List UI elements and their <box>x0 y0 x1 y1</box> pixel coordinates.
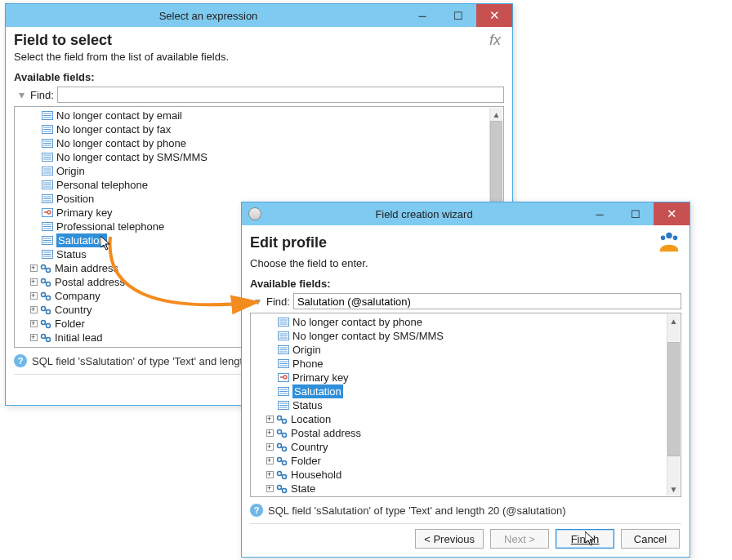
link-icon <box>39 332 52 344</box>
expand-icon[interactable]: + <box>266 416 274 423</box>
scrollbar[interactable]: ▲ ▼ <box>667 314 680 496</box>
scroll-down[interactable]: ▼ <box>667 482 680 496</box>
field-icon <box>277 358 290 370</box>
svg-line-58 <box>45 337 47 339</box>
tree-item-label: State <box>291 482 315 496</box>
status-text: SQL field 'sSalutation' of type 'Text' a… <box>32 355 257 367</box>
titlebar[interactable]: Select an expression ─ ☐ ✕ <box>6 4 512 27</box>
tree-item-label: Country <box>291 440 328 454</box>
field-icon <box>277 331 290 342</box>
expand-icon[interactable]: + <box>266 443 274 451</box>
tree-item[interactable]: No longer contact by email <box>16 109 503 122</box>
fx-icon: fx <box>489 32 501 49</box>
link-icon <box>39 263 52 274</box>
expand-icon[interactable]: + <box>266 457 274 464</box>
expand-icon[interactable]: + <box>266 485 274 492</box>
dialog-heading: Edit profile <box>250 234 327 251</box>
tree-item[interactable]: Status <box>252 398 681 412</box>
field-icon <box>41 110 54 122</box>
link-icon <box>275 483 288 495</box>
tree-item[interactable]: No longer contact by SMS/MMS <box>252 329 681 343</box>
field-icon <box>41 249 54 260</box>
next-button[interactable]: Next > <box>490 529 549 549</box>
field-icon <box>41 221 54 233</box>
scroll-thumb[interactable] <box>667 342 680 456</box>
tree-item-label: Company <box>55 289 100 303</box>
tree-item-label: Phone <box>292 357 324 371</box>
dialog-heading: Field to select <box>14 32 112 49</box>
maximize-button[interactable]: ☐ <box>440 4 476 27</box>
field-tree[interactable]: No longer contact by phoneNo longer cont… <box>250 313 681 497</box>
tree-item[interactable]: Origin <box>16 164 503 178</box>
minimize-button[interactable]: ─ <box>404 4 440 27</box>
close-button[interactable]: ✕ <box>476 4 512 27</box>
tree-item[interactable]: No longer contact by SMS/MMS <box>16 150 503 164</box>
tree-item[interactable]: +Country <box>252 440 681 454</box>
tree-item[interactable]: No longer contact by fax <box>16 122 503 136</box>
status-text: SQL field 'sSalutation' of type 'Text' a… <box>268 504 565 517</box>
field-icon <box>277 317 290 328</box>
svg-line-93 <box>281 447 283 448</box>
dialog-subheading: Choose the field to enter. <box>250 257 681 269</box>
tree-item[interactable]: +Location <box>252 412 681 426</box>
tree-item-label: Postal address <box>55 275 125 289</box>
key-icon <box>277 372 290 384</box>
window-controls: ─ ☐ ✕ <box>404 4 512 27</box>
app-icon <box>248 207 261 220</box>
expand-icon[interactable]: + <box>30 292 38 300</box>
tree-item-label: Professional telephone <box>56 220 164 233</box>
tree-item-label: Main address <box>55 261 118 275</box>
close-button[interactable]: ✕ <box>654 202 690 225</box>
available-fields-label: Available fields: <box>250 278 681 290</box>
maximize-button[interactable]: ☐ <box>618 202 654 225</box>
svg-line-99 <box>281 474 283 476</box>
find-input[interactable] <box>57 87 504 103</box>
minimize-button[interactable]: ─ <box>582 202 618 225</box>
tree-item-label: Folder <box>291 454 321 468</box>
finish-button[interactable]: Finish <box>556 529 614 549</box>
svg-line-87 <box>281 419 283 420</box>
tree-item[interactable]: Salutation <box>252 384 681 398</box>
field-icon <box>41 138 54 149</box>
expand-icon[interactable]: + <box>30 334 38 341</box>
tree-item[interactable]: +State <box>252 482 681 496</box>
link-icon <box>275 469 288 481</box>
find-input[interactable] <box>293 293 681 309</box>
tree-item-label: Status <box>56 247 87 261</box>
scroll-up[interactable]: ▲ <box>667 314 680 327</box>
expand-icon[interactable]: + <box>266 471 274 478</box>
filter-icon[interactable]: ▾ <box>14 88 29 101</box>
tree-item[interactable]: +Postal address <box>252 426 681 440</box>
tree-item[interactable]: No longer contact by phone <box>252 315 681 329</box>
expand-icon[interactable]: + <box>266 429 274 437</box>
link-icon <box>39 304 52 316</box>
filter-icon[interactable]: ▾ <box>250 295 265 308</box>
titlebar[interactable]: Field creation wizard ─ ☐ ✕ <box>242 202 690 225</box>
tree-item[interactable]: +Household <box>252 468 681 482</box>
tree-item-label: No longer contact by phone <box>292 315 422 329</box>
tree-item-label: No longer contact by SMS/MMS <box>56 150 208 164</box>
field-icon <box>41 124 54 136</box>
tree-item[interactable]: No longer contact by phone <box>16 136 503 150</box>
tree-item[interactable]: Personal telephone <box>16 178 503 192</box>
tree-item-label: Primary key <box>56 206 113 220</box>
tree-item[interactable]: +Folder <box>252 454 681 468</box>
tree-item[interactable]: Phone <box>252 357 681 371</box>
expand-icon[interactable]: + <box>30 278 38 286</box>
tree-item-label: Country <box>55 303 92 317</box>
scroll-up[interactable]: ▲ <box>490 108 502 121</box>
cancel-button[interactable]: Cancel <box>621 529 680 549</box>
tree-item-label: Status <box>292 398 323 412</box>
previous-button[interactable]: < Previous <box>415 529 484 549</box>
expand-icon[interactable]: + <box>30 320 38 327</box>
info-icon: ? <box>250 504 263 517</box>
tree-item-label: Postal address <box>291 426 361 440</box>
expand-icon[interactable]: + <box>30 306 38 313</box>
tree-item[interactable]: Primary key <box>252 371 681 384</box>
tree-item[interactable]: Origin <box>252 343 681 357</box>
expand-icon[interactable]: + <box>30 264 38 272</box>
svg-line-90 <box>281 433 283 434</box>
tree-item-label: No longer contact by SMS/MMS <box>292 329 444 343</box>
link-icon <box>39 318 52 330</box>
tree-item-label: No longer contact by phone <box>56 136 186 150</box>
